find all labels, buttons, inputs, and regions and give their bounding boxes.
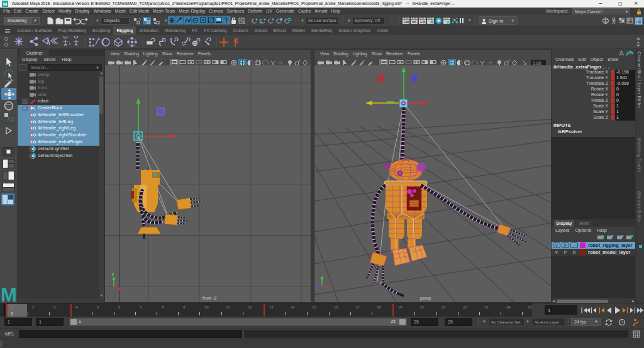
svg-text:21: 21 [441,305,446,309]
svg-text:25: 25 [528,305,532,309]
svg-text:13: 13 [269,305,274,309]
svg-text:17: 17 [355,305,360,309]
svg-text:23: 23 [484,305,489,309]
svg-text:24: 24 [506,305,511,309]
svg-text:10: 10 [204,305,209,309]
svg-text:M: M [1,284,17,303]
svg-text:1: 1 [548,308,550,313]
svg-text:18: 18 [377,305,381,309]
svg-text:front -Z: front -Z [203,296,217,300]
svg-text:16: 16 [334,305,338,309]
svg-text:11: 11 [226,305,230,309]
svg-text:persp: persp [420,296,431,301]
svg-text:19: 19 [398,305,402,309]
svg-text:M: M [3,1,8,7]
svg-text:y: y [112,272,114,276]
svg-text:14: 14 [291,305,295,309]
svg-text:15: 15 [312,305,316,309]
svg-text:1: 1 [11,312,13,316]
svg-text:12: 12 [248,305,252,309]
svg-text:22: 22 [463,305,467,309]
svg-text:20: 20 [420,305,425,309]
svg-text:0.00: 0.00 [533,61,541,65]
